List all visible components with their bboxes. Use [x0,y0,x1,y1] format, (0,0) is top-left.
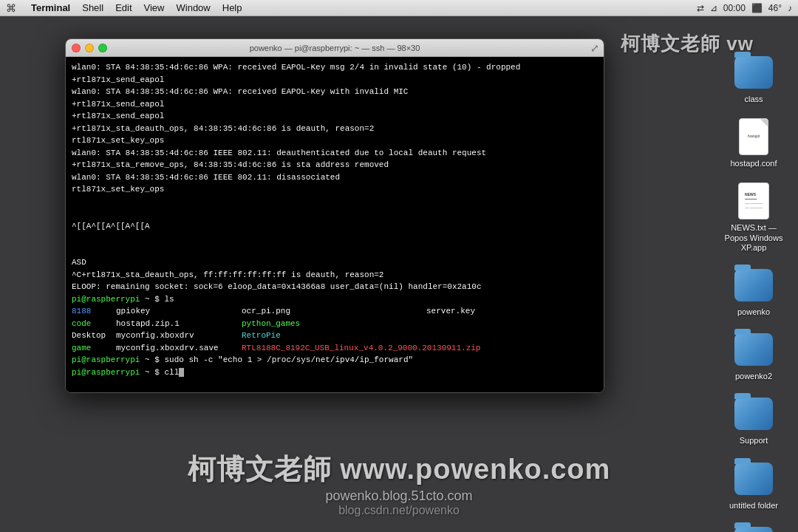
bottom-watermark: 柯博文老師 www.powenko.com powenko.blog.51cto… [0,451,798,517]
terminal-line: +rtl871x_send_eapol [72,98,598,111]
bluetooth-icon: ⇄ [697,3,704,13]
desktop-icon-hostapd[interactable]: hostapd hostapd.conf [724,117,783,168]
terminal-line: wlan0: STA 84:38:35:4d:6c:86 WPA: receiv… [72,86,598,98]
icon-label: untitled folder [729,501,778,511]
terminal-ls-row: 8188gpiokeyocr_pi.pngserver.key [72,305,598,318]
terminal-line: ELOOP: remaining socket: sock=6 eloop_da… [72,281,598,293]
watermark-main-text: 柯博文老師 www.powenko.com [188,451,611,488]
terminal-ls-row: Desktopmyconfig.xboxdrvRetroPie [72,330,598,342]
terminal-line [72,208,598,220]
terminal-line: pi@raspberrypi ~ $ sudo sh -c "echo 1 > … [72,354,598,366]
apple-menu[interactable]: ⌘ [6,2,16,14]
terminal-line: wlan0: STA 84:38:35:4d:6c:86 WPA: receiv… [72,61,598,74]
battery-icon: ⬛ [751,3,763,13]
minimize-button[interactable] [85,44,94,52]
terminal-line: rtl871x_set_key_ops [72,183,598,196]
terminal-line: +rtl871x_send_eapol [72,110,598,123]
desktop-icons: class hostapd hostapd.conf NEWS ━━━━━━━━… [724,53,783,532]
menubar-right: ⇄ ⊿ 00:00 ⬛ 46° ♪ [697,3,792,13]
icon-label: NEWS.txt — Popos Windows XP.app [724,223,783,253]
terminal-ls-row: codehostapd.zip.1python_games [72,318,598,330]
terminal-line [72,196,598,208]
desktop-icon-news[interactable]: NEWS ━━━━━━━━ ── ────── ── ────── NEWS.t… [724,182,783,253]
desktop-icon-untitled[interactable]: untitled folder [724,460,783,511]
terminal-body[interactable]: wlan0: STA 84:38:35:4d:6c:86 WPA: receiv… [66,57,604,392]
watermark-url1: powenko.blog.51cto.com [325,488,472,504]
terminal-window: powenko — pi@raspberrypi: ~ — ssh — 98×3… [65,38,604,393]
icon-label: powenko [737,307,770,317]
icon-label: Support [740,436,768,446]
terminal-line: +rtl871x_sta_deauth_ops, 84:38:35:4d:6c:… [72,123,598,135]
terminal-line: rtl871x_set_key_ops [72,134,598,147]
terminal-line: wlan0: STA 84:38:35:4d:6c:86 IEEE 802.11… [72,147,598,160]
menu-terminal[interactable]: Terminal [31,2,70,13]
terminal-line: wlan0: STA 84:38:35:4d:6c:86 IEEE 802.11… [72,171,598,184]
terminal-ls-row: gamemyconfig.xboxdrv.saveRTL8188C_8192C_… [72,342,598,355]
terminal-titlebar: powenko — pi@raspberrypi: ~ — ssh — 98×3… [66,39,604,57]
menu-help[interactable]: Help [222,2,242,13]
menu-window[interactable]: Window [177,2,211,13]
volume-icon: ♪ [788,3,792,13]
terminal-line: ^C+rtl871x_sta_deauth_ops, ff:ff:ff:ff:f… [72,269,598,282]
terminal-line: pi@raspberrypi ~ $ ls [72,293,598,306]
desktop-icon-powenko2[interactable]: powenko2 [724,330,783,381]
icon-label: class [744,95,763,104]
desktop-icon-support[interactable]: Support [724,395,783,446]
terminal-line [72,245,598,257]
icon-label: hostapd.conf [731,159,777,168]
menu-shell[interactable]: Shell [82,2,103,13]
terminal-line [72,232,598,245]
desktop-icon-class[interactable]: class [724,53,783,104]
temp-display: 46° [768,3,782,13]
close-button[interactable] [72,44,81,52]
time-display: 00:00 [723,3,746,13]
watermark-url2: blog.csdn.net/powenko [338,504,460,517]
traffic-lights[interactable] [72,44,107,52]
terminal-line: pi@raspberrypi ~ $ cll█ [72,366,598,379]
desktop-icon-powenko[interactable]: powenko [724,266,783,317]
terminal-line: +rtl871x_send_eapol [72,74,598,86]
icon-label: powenko2 [735,372,772,381]
terminal-line: ASD [72,256,598,269]
menu-view[interactable]: View [144,2,165,13]
terminal-title: powenko — pi@raspberrypi: ~ — ssh — 98×3… [250,44,420,52]
terminal-line: +rtl871x_sta_remove_ops, 84:38:35:4d:6c:… [72,159,598,171]
maximize-button[interactable] [98,44,107,52]
desktop: 柯博文老師 vw powenko — pi@raspberrypi: ~ — s… [0,16,798,532]
terminal-line: ^[[A^[[A^[[A^[[A [72,220,598,233]
menu-edit[interactable]: Edit [115,2,132,13]
wifi-icon: ⊿ [710,3,717,13]
menubar: ⌘ Terminal Shell Edit View Window Help ⇄… [0,0,798,16]
desktop-icon-untitled3[interactable]: untitled folder 3 [724,524,783,532]
resize-icon[interactable]: ⤢ [590,42,599,54]
